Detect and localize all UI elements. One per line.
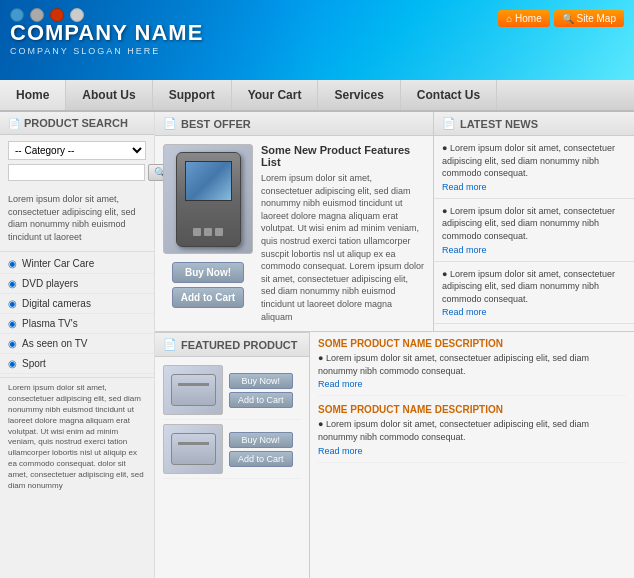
sidebar-intro: Lorem ipsum dolor sit amet, consectetuer… — [0, 187, 154, 249]
menu-seen-on-tv[interactable]: ◉ As seen on TV — [0, 334, 154, 354]
read-more-2[interactable]: Read more — [442, 245, 626, 255]
main-content: 📄 BEST OFFER — [155, 112, 634, 578]
bottom-row: 📄 FEATURED PRODUCT Buy Now! Add to Cart — [155, 332, 634, 578]
news-item-3: ● Lorem ipsum dolor sit amet, consectetu… — [434, 262, 634, 325]
product-image-col: Buy Now! Add to Cart — [163, 144, 253, 323]
product-search-title: 📄 PRODUCT SEARCH — [0, 112, 154, 135]
pda-btn-1 — [193, 228, 201, 236]
bullet-icon: ◉ — [8, 358, 17, 369]
company-slogan: COMPANY SLOGAN HERE — [10, 46, 203, 56]
category-select[interactable]: -- Category -- — [8, 141, 146, 160]
read-more-1[interactable]: Read more — [442, 182, 626, 192]
nav-services[interactable]: Services — [318, 80, 400, 110]
bullet-icon: ◉ — [8, 298, 17, 309]
bullet: ● — [442, 143, 450, 153]
printer-image-1 — [163, 365, 223, 415]
pda-product-image — [163, 144, 253, 254]
news-item-2: ● Lorem ipsum dolor sit amet, consectetu… — [434, 199, 634, 262]
sidebar-divider-1 — [0, 251, 154, 252]
nav-contact[interactable]: Contact Us — [401, 80, 497, 110]
featured-add-cart-1[interactable]: Add to Cart — [229, 392, 293, 408]
pda-buttons — [193, 228, 223, 236]
featured-product-header: 📄 FEATURED PRODUCT — [155, 332, 309, 357]
bullet: ● — [318, 419, 326, 429]
doc-icon: 📄 — [442, 117, 456, 130]
product-descriptions-section: SOME PRODUCT NAME DESCRIPTION ● Lorem ip… — [310, 332, 634, 578]
bullet-icon: ◉ — [8, 258, 17, 269]
search-input[interactable] — [8, 164, 145, 181]
menu-cameras[interactable]: ◉ Digital cameras — [0, 294, 154, 314]
bullet-icon: ◉ — [8, 338, 17, 349]
latest-news-section: 📄 LATEST NEWS ● Lorem ipsum dolor sit am… — [434, 112, 634, 331]
home-button[interactable]: ⌂ Home — [498, 10, 550, 27]
prod-read-more-2[interactable]: Read more — [318, 446, 363, 456]
printer-image-2 — [163, 424, 223, 474]
header-nav-right: ⌂ Home 🔍 Site Map — [498, 10, 624, 27]
product-description: Some New Product Features List Lorem ips… — [261, 144, 425, 323]
nav-support[interactable]: Support — [153, 80, 232, 110]
featured-buy-now-2[interactable]: Buy Now! — [229, 432, 293, 448]
nav-home[interactable]: Home — [0, 80, 66, 110]
featured-item-1: Buy Now! Add to Cart — [163, 361, 301, 420]
featured-items: Buy Now! Add to Cart Buy Now! Add to — [155, 357, 309, 483]
prod-desc-title-1: SOME PRODUCT NAME DESCRIPTION — [318, 338, 626, 349]
featured-buttons-2: Buy Now! Add to Cart — [229, 432, 293, 467]
printer-body — [171, 374, 216, 406]
menu-dvd[interactable]: ◉ DVD players — [0, 274, 154, 294]
prod-desc-2: SOME PRODUCT NAME DESCRIPTION ● Lorem ip… — [318, 404, 626, 462]
buy-buttons: Buy Now! Add to Cart — [172, 262, 244, 308]
buy-now-button[interactable]: Buy Now! — [172, 262, 244, 283]
featured-buttons-1: Buy Now! Add to Cart — [229, 373, 293, 408]
top-row: 📄 BEST OFFER — [155, 112, 634, 332]
bullet: ● — [442, 206, 450, 216]
menu-winter-car[interactable]: ◉ Winter Car Care — [0, 254, 154, 274]
menu-plasma[interactable]: ◉ Plasma TV's — [0, 314, 154, 334]
pda-device — [176, 152, 241, 247]
news-text-3: ● Lorem ipsum dolor sit amet, consectetu… — [442, 268, 626, 306]
sidebar-bottom-text: Lorem ipsum dolor sit amet, consectetuer… — [0, 377, 154, 496]
featured-product-section: 📄 FEATURED PRODUCT Buy Now! Add to Cart — [155, 332, 310, 578]
printer-slot-2 — [178, 442, 209, 445]
news-text-2: ● Lorem ipsum dolor sit amet, consectetu… — [442, 205, 626, 243]
featured-item-2: Buy Now! Add to Cart — [163, 420, 301, 479]
bullet: ● — [318, 353, 326, 363]
prod-desc-1: SOME PRODUCT NAME DESCRIPTION ● Lorem ip… — [318, 338, 626, 396]
featured-add-cart-2[interactable]: Add to Cart — [229, 451, 293, 467]
bullet-icon: ◉ — [8, 318, 17, 329]
product-text: Lorem ipsum dolor sit amet, consectetuer… — [261, 172, 425, 323]
add-to-cart-button[interactable]: Add to Cart — [172, 287, 244, 308]
best-offer-content: Buy Now! Add to Cart Some New Product Fe… — [155, 136, 433, 331]
printer-body-2 — [171, 433, 216, 465]
sidebar: 📄 PRODUCT SEARCH -- Category -- 🔍 Lorem … — [0, 112, 155, 578]
latest-news-header: 📄 LATEST NEWS — [434, 112, 634, 136]
nav-about[interactable]: About Us — [66, 80, 152, 110]
nav-cart[interactable]: Your Cart — [232, 80, 319, 110]
pda-btn-3 — [215, 228, 223, 236]
menu-sport[interactable]: ◉ Sport — [0, 354, 154, 374]
bullet: ● — [442, 269, 450, 279]
best-offer-header: 📄 BEST OFFER — [155, 112, 433, 136]
featured-buy-now-1[interactable]: Buy Now! — [229, 373, 293, 389]
prod-desc-text-2: ● Lorem ipsum dolor sit amet, consectetu… — [318, 418, 626, 443]
main-navigation: Home About Us Support Your Cart Services… — [0, 80, 634, 112]
header: COMPANY NAME COMPANY SLOGAN HERE ⌂ Home … — [0, 0, 634, 80]
sitemap-button[interactable]: 🔍 Site Map — [554, 10, 624, 27]
company-name: COMPANY NAME — [10, 20, 203, 46]
pda-btn-2 — [204, 228, 212, 236]
pda-screen — [185, 161, 232, 201]
search-area: -- Category -- 🔍 — [0, 135, 154, 187]
content-area: 📄 PRODUCT SEARCH -- Category -- 🔍 Lorem … — [0, 112, 634, 578]
bullet-icon: ◉ — [8, 278, 17, 289]
search-row: 🔍 — [8, 164, 146, 181]
doc-icon: 📄 — [8, 118, 20, 129]
prod-desc-title-2: SOME PRODUCT NAME DESCRIPTION — [318, 404, 626, 415]
news-item-1: ● Lorem ipsum dolor sit amet, consectetu… — [434, 136, 634, 199]
read-more-3[interactable]: Read more — [442, 307, 626, 317]
company-logo: COMPANY NAME COMPANY SLOGAN HERE — [10, 20, 203, 56]
news-text-1: ● Lorem ipsum dolor sit amet, consectetu… — [442, 142, 626, 180]
printer-slot — [178, 383, 209, 386]
prod-desc-text-1: ● Lorem ipsum dolor sit amet, consectetu… — [318, 352, 626, 377]
best-offer-section: 📄 BEST OFFER — [155, 112, 434, 331]
doc-icon: 📄 — [163, 117, 177, 130]
prod-read-more-1[interactable]: Read more — [318, 379, 363, 389]
